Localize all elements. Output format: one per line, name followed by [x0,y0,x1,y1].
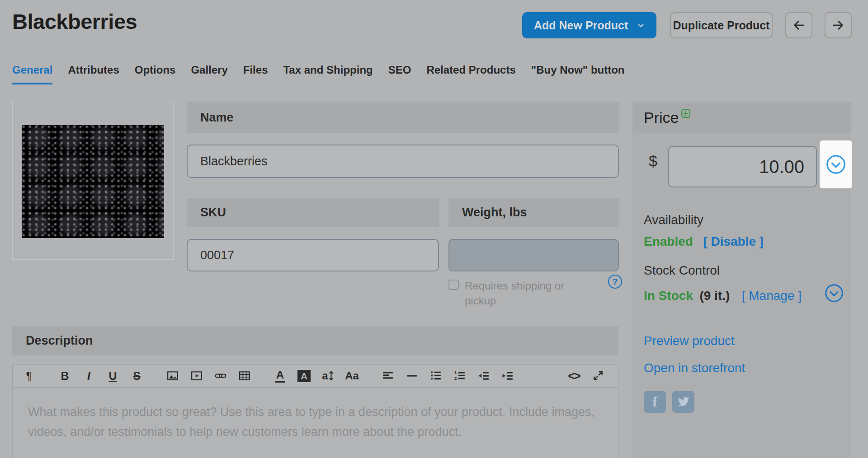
paragraph-icon[interactable]: ¶ [17,366,41,386]
toolbar-group: 12 [376,366,519,386]
tab-files[interactable]: Files [243,64,268,84]
toolbar-group: BIUS [53,366,149,386]
tab-buy-now-button[interactable]: "Buy Now" button [531,64,625,84]
add-new-product-button[interactable]: Add New Product [522,12,656,38]
line-height-icon[interactable]: a [316,366,340,386]
align-left-icon[interactable] [376,366,400,386]
previous-product-button[interactable] [785,12,812,38]
requires-shipping-option[interactable]: Requires shipping or pickup [448,278,571,308]
add-price-modifier-icon[interactable] [681,108,691,118]
page-title: Blackberries [12,9,137,34]
description-editor[interactable]: What makes this product so great? Use th… [12,388,618,458]
weight-input[interactable] [448,239,619,271]
arrow-right-icon [831,19,845,32]
toolbar-group: <> [562,366,610,386]
manage-stock-link[interactable]: [ Manage ] [742,289,802,303]
requires-shipping-checkbox[interactable] [448,280,459,290]
tab-general[interactable]: General [12,64,52,84]
chevron-down-circle-icon [826,154,846,175]
blackberries-photo [22,125,164,238]
highlight-color-icon[interactable]: A [292,366,316,386]
price-input[interactable] [668,146,817,187]
description-label: Description [12,326,618,355]
help-icon[interactable]: ? [608,275,622,289]
tab-seo[interactable]: SEO [388,64,411,84]
product-tabs: GeneralAttributesOptionsGalleryFilesTax … [12,64,625,84]
duplicate-product-label: Duplicate Product [673,19,770,32]
twitter-share-button[interactable] [672,391,694,413]
horizontal-rule-icon[interactable] [400,366,424,386]
fullscreen-icon[interactable] [586,366,610,386]
insert-link-icon[interactable] [208,366,232,386]
price-availability-panel: Price $ Availability Enabled [ Disable ]… [632,102,851,458]
disable-link[interactable]: [ Disable ] [703,234,764,248]
duplicate-product-button[interactable]: Duplicate Product [670,12,773,38]
availability-label: Availability [644,213,703,227]
outdent-icon[interactable] [472,366,495,386]
tab-attributes[interactable]: Attributes [68,64,119,84]
insert-video-icon[interactable] [184,366,208,386]
tab-tax-and-shipping[interactable]: Tax and Shipping [283,64,373,84]
insert-table-icon[interactable] [232,366,256,386]
open-in-storefront-link[interactable]: Open in storefront [644,361,745,375]
toolbar-group: AAaAa [268,366,364,386]
arrow-left-icon [792,19,806,32]
bullet-list-icon[interactable] [424,366,448,386]
next-product-button[interactable] [825,12,852,38]
description-toolbar: ¶BIUSAAaAa12<> [12,364,618,388]
sku-input[interactable] [187,239,439,271]
description-placeholder: What makes this product so great? Use th… [28,402,603,442]
text-color-icon[interactable]: A [268,366,292,386]
name-input[interactable] [187,145,619,178]
italic-icon[interactable]: I [77,366,101,386]
price-dropdown-toggle[interactable] [820,140,852,188]
strikethrough-icon[interactable]: S [125,366,149,386]
add-new-product-label: Add New Product [534,19,628,32]
price-label: Price [644,109,679,126]
insert-image-icon[interactable] [160,366,184,386]
requires-shipping-label: Requires shipping or pickup [465,278,571,308]
bold-icon[interactable]: B [53,366,77,386]
chevron-down-icon [637,22,645,29]
facebook-icon: f [652,393,657,410]
svg-text:1: 1 [454,370,457,375]
product-image[interactable] [12,102,174,260]
sku-label: SKU [187,198,439,227]
twitter-icon [677,396,689,408]
availability-status: Enabled [644,234,693,248]
tab-gallery[interactable]: Gallery [191,64,227,84]
svg-text:2: 2 [454,376,457,381]
toolbar-group [160,366,256,386]
tab-related-products[interactable]: Related Products [426,64,515,84]
toolbar-group: ¶ [17,366,41,386]
tab-options[interactable]: Options [135,64,176,84]
font-case-icon[interactable]: Aa [340,366,364,386]
numbered-list-icon[interactable]: 12 [448,366,472,386]
indent-icon[interactable] [495,366,519,386]
preview-product-link[interactable]: Preview product [644,334,735,348]
code-view-icon[interactable]: <> [562,366,586,386]
facebook-share-button[interactable]: f [644,391,666,413]
price-section-header: Price [632,102,851,133]
product-editor-page: Blackberries Add New Product Duplicate P… [0,0,868,458]
stock-control-label: Stock Control [644,263,720,278]
currency-symbol: $ [649,152,657,170]
stock-status: In Stock [644,289,693,303]
name-label: Name [187,102,619,133]
stock-quantity: (9 it.) [699,289,730,303]
weight-label: Weight, lbs [448,198,619,227]
stock-dropdown-toggle[interactable] [824,283,844,303]
underline-icon[interactable]: U [101,366,125,386]
